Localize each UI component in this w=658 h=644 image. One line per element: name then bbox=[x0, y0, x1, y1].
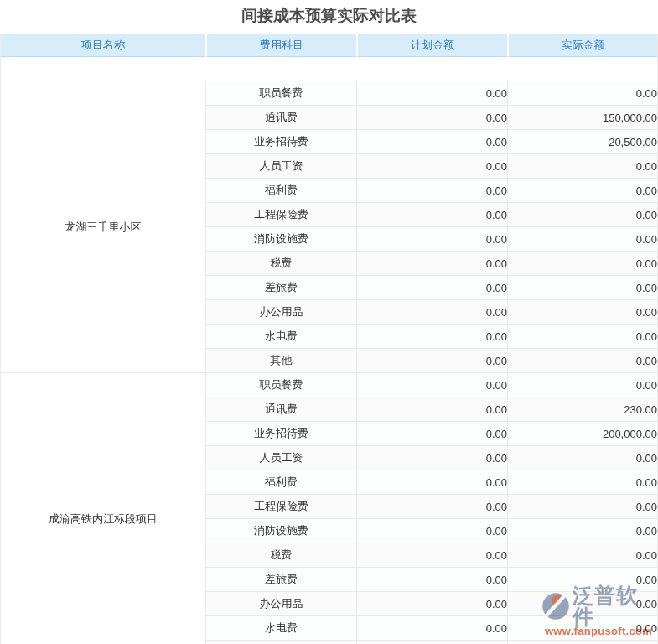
expense-category-cell: 福利费 bbox=[205, 470, 356, 495]
actual-amount-cell: 0.00 bbox=[507, 154, 657, 179]
expense-category-cell: 水电费 bbox=[205, 616, 356, 641]
planned-amount-cell: 0.00 bbox=[356, 641, 507, 644]
actual-amount-cell: 0.00 bbox=[507, 543, 657, 568]
project-name-link[interactable]: 龙湖三千里小区 bbox=[1, 81, 205, 373]
actual-amount-cell: 20,500.00 bbox=[507, 130, 657, 154]
column-header-expense-category: 费用科目 bbox=[205, 34, 356, 57]
expense-category-cell: 办公用品 bbox=[205, 300, 356, 325]
actual-amount-cell: 0.00 bbox=[507, 252, 657, 276]
expense-category-cell: 消防设施费 bbox=[205, 227, 356, 252]
actual-amount-cell: 150,000.00 bbox=[507, 106, 657, 130]
expense-category-cell: 税费 bbox=[205, 543, 356, 568]
table-row: 成渝高铁内江标段项目职员餐费0.000.00 bbox=[1, 373, 657, 397]
planned-amount-cell: 0.00 bbox=[356, 616, 507, 641]
report-page: 间接成本预算实际对比表 项目名称 费用科目 计划金额 实际金额 龙湖三千里小区职… bbox=[0, 0, 658, 644]
planned-amount-cell: 0.00 bbox=[356, 519, 507, 543]
planned-amount-cell: 0.00 bbox=[356, 568, 507, 592]
expense-category-cell: 差旅费 bbox=[205, 568, 356, 592]
actual-amount-cell: 0.00 bbox=[507, 227, 657, 252]
planned-amount-cell: 0.00 bbox=[356, 276, 507, 300]
column-header-planned-amount: 计划金额 bbox=[356, 34, 507, 57]
expense-category-cell: 通讯费 bbox=[205, 106, 356, 130]
planned-amount-cell: 0.00 bbox=[356, 470, 507, 495]
expense-category-cell: 水电费 bbox=[205, 325, 356, 349]
column-header-actual-amount: 实际金额 bbox=[507, 34, 657, 57]
actual-amount-cell: 0.00 bbox=[507, 203, 657, 227]
actual-amount-cell: 0.00 bbox=[507, 349, 657, 373]
actual-amount-cell: 0.00 bbox=[507, 592, 657, 616]
expense-category-cell: 业务招待费 bbox=[205, 130, 356, 154]
expense-category-cell: 工程保险费 bbox=[205, 495, 356, 519]
planned-amount-cell: 0.00 bbox=[356, 543, 507, 568]
planned-amount-cell: 0.00 bbox=[356, 81, 507, 106]
planned-amount-cell: 0.00 bbox=[356, 349, 507, 373]
planned-amount-cell: 0.00 bbox=[356, 179, 507, 203]
table-row: 龙湖三千里小区职员餐费0.000.00 bbox=[1, 81, 657, 106]
expense-category-cell: 其他 bbox=[205, 641, 356, 644]
planned-amount-cell: 0.00 bbox=[356, 154, 507, 179]
expense-category-cell: 通讯费 bbox=[205, 397, 356, 422]
actual-amount-cell: 0.00 bbox=[507, 495, 657, 519]
actual-amount-cell: 0.00 bbox=[507, 446, 657, 470]
actual-amount-cell: 230.00 bbox=[507, 397, 657, 422]
expense-category-cell: 业务招待费 bbox=[205, 422, 356, 446]
actual-amount-cell: 0.00 bbox=[507, 276, 657, 300]
actual-amount-cell: 0.00 bbox=[507, 616, 657, 641]
actual-amount-cell: 0.00 bbox=[507, 300, 657, 325]
header-body-gap bbox=[1, 57, 657, 81]
actual-amount-cell: 0.00 bbox=[507, 81, 657, 106]
planned-amount-cell: 0.00 bbox=[356, 592, 507, 616]
planned-amount-cell: 0.00 bbox=[356, 203, 507, 227]
planned-amount-cell: 0.00 bbox=[356, 422, 507, 446]
actual-amount-cell: 0.00 bbox=[507, 325, 657, 349]
planned-amount-cell: 0.00 bbox=[356, 130, 507, 154]
expense-category-cell: 税费 bbox=[205, 252, 356, 276]
planned-amount-cell: 0.00 bbox=[356, 446, 507, 470]
expense-category-cell: 办公用品 bbox=[205, 592, 356, 616]
planned-amount-cell: 0.00 bbox=[356, 397, 507, 422]
expense-category-cell: 职员餐费 bbox=[205, 373, 356, 397]
table-header: 项目名称 费用科目 计划金额 实际金额 bbox=[1, 34, 657, 57]
actual-amount-cell: 0.00 bbox=[507, 470, 657, 495]
expense-category-cell: 人员工资 bbox=[205, 446, 356, 470]
actual-amount-cell: 0.00 bbox=[507, 179, 657, 203]
actual-amount-cell: 0.00 bbox=[507, 373, 657, 397]
expense-category-cell: 消防设施费 bbox=[205, 519, 356, 543]
expense-category-cell: 福利费 bbox=[205, 179, 356, 203]
planned-amount-cell: 0.00 bbox=[356, 495, 507, 519]
comparison-table: 项目名称 费用科目 计划金额 实际金额 龙湖三千里小区职员餐费0.000.00通… bbox=[0, 34, 658, 644]
actual-amount-cell: 0.00 bbox=[507, 519, 657, 543]
actual-amount-cell: 0.00 bbox=[507, 568, 657, 592]
column-header-project-name: 项目名称 bbox=[1, 34, 205, 57]
expense-category-cell: 其他 bbox=[205, 349, 356, 373]
expense-category-cell: 人员工资 bbox=[205, 154, 356, 179]
planned-amount-cell: 0.00 bbox=[356, 106, 507, 130]
planned-amount-cell: 0.00 bbox=[356, 325, 507, 349]
actual-amount-cell: 200,000.00 bbox=[507, 422, 657, 446]
expense-category-cell: 工程保险费 bbox=[205, 203, 356, 227]
planned-amount-cell: 0.00 bbox=[356, 300, 507, 325]
expense-category-cell: 差旅费 bbox=[205, 276, 356, 300]
expense-category-cell: 职员餐费 bbox=[205, 81, 356, 106]
planned-amount-cell: 0.00 bbox=[356, 252, 507, 276]
project-name-link[interactable]: 成渝高铁内江标段项目 bbox=[1, 373, 205, 644]
actual-amount-cell: 0.00 bbox=[507, 641, 657, 644]
planned-amount-cell: 0.00 bbox=[356, 373, 507, 397]
page-title: 间接成本预算实际对比表 bbox=[0, 0, 658, 34]
planned-amount-cell: 0.00 bbox=[356, 227, 507, 252]
